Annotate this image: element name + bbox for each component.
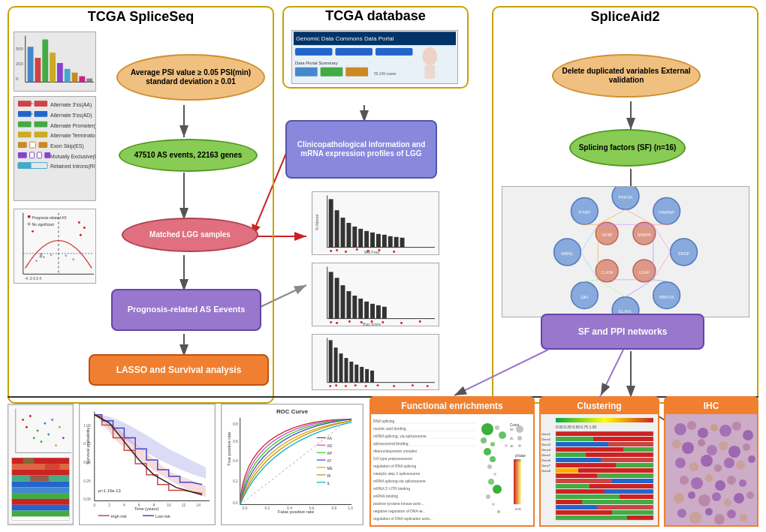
svg-rect-353 (556, 489, 605, 494)
svg-text:4: 4 (123, 503, 125, 507)
svg-text:MBNL: MBNL (561, 251, 574, 256)
svg-text:Gene5: Gene5 (541, 453, 551, 457)
svg-text:6: 6 (138, 503, 140, 507)
svg-point-157 (393, 385, 395, 387)
svg-point-290 (505, 444, 508, 447)
svg-point-158 (412, 384, 414, 386)
svg-text:10: 10 (510, 444, 514, 448)
svg-point-212 (51, 419, 53, 421)
svg-text:positive tyrosine kinase activ: positive tyrosine kinase activ... (373, 501, 424, 506)
svg-text:No significant: No significant (32, 223, 55, 227)
svg-text:Bias Score: Bias Score (363, 323, 381, 326)
svg-rect-358 (582, 500, 653, 504)
svg-text:RI: RI (327, 474, 331, 478)
svg-text:QKI: QKI (581, 295, 589, 299)
svg-text:CLKM: CLKM (602, 270, 614, 275)
svg-text:Prognosis-related AS: Prognosis-related AS (32, 216, 68, 220)
svg-rect-53 (44, 152, 50, 158)
svg-point-315 (486, 494, 490, 499)
svg-rect-125 (358, 299, 363, 319)
svg-rect-359 (556, 505, 597, 509)
svg-text:0.8: 0.8 (331, 506, 336, 510)
svg-rect-337 (556, 447, 623, 452)
svg-point-287 (490, 442, 495, 446)
svg-rect-219 (12, 470, 69, 476)
svg-point-288 (481, 437, 487, 443)
svg-rect-55 (18, 163, 32, 169)
mid-barchart-2: Bias Score (312, 263, 439, 326)
svg-text:Exon Skip(ES): Exon Skip(ES) (50, 143, 84, 149)
svg-text:Gene8: Gene8 (541, 469, 551, 473)
mid-barchart-1: % Altered Mut Freq (312, 191, 439, 255)
svg-text:Retained Introns(RI): Retained Introns(RI) (50, 164, 95, 170)
svg-rect-217 (12, 458, 69, 464)
svg-point-111 (356, 248, 358, 251)
svg-point-324 (518, 444, 521, 447)
svg-text:High risk: High risk (111, 514, 127, 518)
svg-text:1.0: 1.0 (348, 506, 353, 510)
svg-point-132 (348, 320, 351, 323)
svg-rect-224 (12, 499, 69, 505)
svg-rect-357 (556, 500, 582, 504)
svg-rect-33 (35, 101, 48, 107)
svg-rect-91 (424, 65, 435, 79)
functional-label: Functional enrichments (401, 401, 502, 411)
svg-text:Mut Freq: Mut Freq (364, 251, 379, 255)
oval-lgg-samples: Matched LGG samples (122, 218, 258, 252)
svg-rect-356 (620, 494, 653, 499)
svg-text:negative regulation of DNA-te.: negative regulation of DNA-te... (373, 509, 426, 513)
svg-rect-103 (376, 234, 381, 248)
svg-rect-142 (329, 340, 333, 382)
svg-text:AD: AD (327, 444, 333, 448)
left-panel-title: TCGA SpliceSeq (8, 6, 274, 29)
svg-point-114 (393, 251, 395, 253)
svg-point-130 (330, 321, 332, 323)
svg-text:SNRPA: SNRPA (638, 233, 652, 237)
svg-point-110 (345, 251, 347, 253)
svg-point-154 (354, 384, 357, 386)
svg-point-207 (33, 437, 35, 439)
svg-rect-21 (35, 58, 41, 82)
svg-text:0: 0 (16, 77, 19, 81)
svg-rect-221 (12, 481, 69, 487)
oval-as-events: 47510 AS events, 22163 genes (119, 139, 258, 172)
main-canvas: TCGA SpliceSeq 500 200 0 (0, 0, 766, 532)
svg-rect-25 (65, 69, 71, 83)
svg-rect-143 (334, 347, 338, 382)
svg-text:U2AF: U2AF (639, 270, 650, 275)
svg-point-155 (365, 385, 367, 387)
svg-rect-344 (616, 463, 653, 467)
svg-rect-345 (556, 468, 578, 473)
svg-point-71 (80, 234, 82, 236)
svg-text:0.00  0.25  0.50  0.75  1.00: 0.00 0.25 0.50 0.75 1.00 (556, 425, 596, 429)
left-splice-diagram: Alternate 3'ss(AA) Alternate 5'ss(AD) Al… (14, 96, 96, 201)
svg-point-211 (47, 433, 50, 435)
svg-rect-146 (349, 362, 353, 383)
svg-text:0.4: 0.4 (233, 459, 238, 463)
svg-text:0.8: 0.8 (233, 422, 238, 426)
svg-text:8: 8 (153, 503, 155, 507)
svg-text:0.25: 0.25 (83, 479, 91, 483)
svg-point-135 (381, 321, 384, 323)
svg-rect-47 (30, 142, 36, 148)
svg-text:-log: -log (39, 253, 43, 259)
svg-point-137 (419, 320, 421, 323)
svg-rect-52 (37, 152, 41, 158)
svg-rect-351 (556, 484, 590, 488)
clustering-label: Clustering (577, 401, 621, 411)
svg-rect-32 (18, 101, 32, 107)
rect-clinical-info: Clinicopathological information and mRNA… (285, 120, 437, 179)
svg-text:ribonucleoprotein complex: ribonucleoprotein complex (373, 449, 418, 453)
svg-rect-88 (345, 68, 368, 77)
svg-point-311 (487, 464, 492, 469)
svg-rect-355 (556, 494, 620, 499)
svg-rect-349 (556, 479, 612, 483)
svg-text:Data Portal Summary: Data Portal Summary (295, 61, 338, 65)
left-volcano-plot: -4 -2 0 2 4 -log Prognosis-related AS No… (14, 209, 96, 284)
svg-rect-341 (556, 458, 601, 462)
svg-text:0.05: 0.05 (515, 458, 522, 462)
svg-rect-101 (364, 231, 369, 248)
svg-point-109 (336, 249, 338, 251)
svg-text:Genomic Data Commons Data Port: Genomic Data Commons Data Portal (296, 35, 394, 42)
svg-text:RNA splicing: RNA splicing (373, 419, 395, 423)
